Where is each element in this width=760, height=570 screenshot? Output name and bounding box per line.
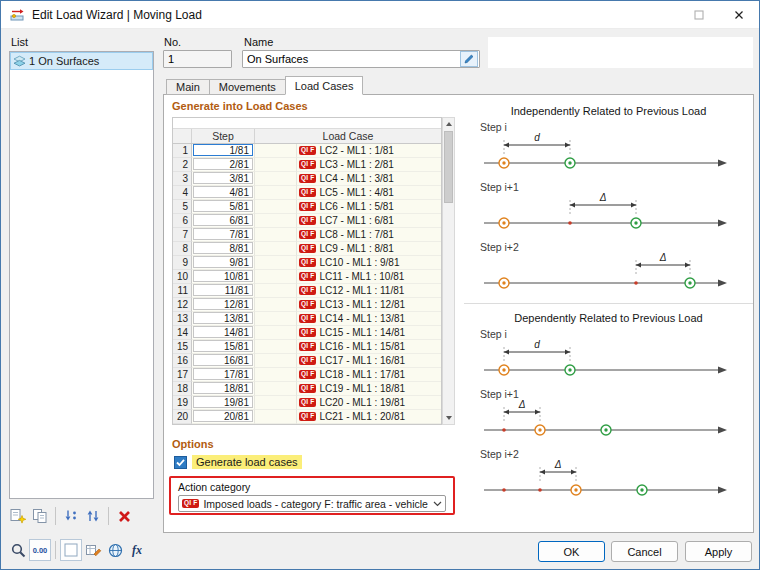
load-case-cell[interactable]: QI FLC10 - ML1 : 9/81 xyxy=(297,256,441,270)
step-cell[interactable]: 19/81 xyxy=(192,396,255,410)
table-row[interactable]: 22/81QI FLC3 - ML1 : 2/81 xyxy=(173,158,441,172)
load-case-label: LC12 - ML1 : 11/81 xyxy=(319,285,404,296)
globe-button[interactable] xyxy=(104,539,126,561)
new-button[interactable] xyxy=(7,505,29,527)
load-wizard-list[interactable]: 1 On Surfaces xyxy=(9,51,154,499)
list-item[interactable]: 1 On Surfaces xyxy=(10,52,153,70)
load-case-cell[interactable]: QI FLC2 - ML1 : 1/81 xyxy=(297,144,441,158)
step-cell[interactable]: 20/81 xyxy=(192,410,255,424)
table-scrollbar[interactable] xyxy=(442,117,455,425)
load-case-cell[interactable]: QI FLC18 - ML1 : 17/81 xyxy=(297,368,441,382)
step-cell[interactable]: 4/81 xyxy=(192,186,255,200)
step-cell[interactable]: 7/81 xyxy=(192,228,255,242)
table-row[interactable]: 2020/81QI FLC21 - ML1 : 20/81 xyxy=(173,410,441,424)
action-category-badge: QI F xyxy=(299,174,316,183)
load-case-cell[interactable]: QI FLC17 - ML1 : 16/81 xyxy=(297,354,441,368)
cancel-button[interactable]: Cancel xyxy=(611,541,678,562)
step-cell[interactable]: 10/81 xyxy=(192,270,255,284)
table-row[interactable]: 44/81QI FLC5 - ML1 : 4/81 xyxy=(173,186,441,200)
step-cell[interactable]: 9/81 xyxy=(192,256,255,270)
edit-table-button[interactable] xyxy=(82,539,104,561)
decimal-places-button[interactable]: 0.00 xyxy=(29,539,51,561)
step-cell[interactable]: 5/81 xyxy=(192,200,255,214)
display-panel-button[interactable] xyxy=(60,539,82,561)
load-case-cell[interactable]: QI FLC5 - ML1 : 4/81 xyxy=(297,186,441,200)
table-row[interactable]: 1313/81QI FLC14 - ML1 : 13/81 xyxy=(173,312,441,326)
load-case-cell[interactable]: QI FLC4 - ML1 : 3/81 xyxy=(297,172,441,186)
load-case-cell[interactable]: QI FLC6 - ML1 : 5/81 xyxy=(297,200,441,214)
step-cell[interactable]: 15/81 xyxy=(192,340,255,354)
load-case-cell[interactable]: QI FLC8 - ML1 : 7/81 xyxy=(297,228,441,242)
scrollbar-thumb[interactable] xyxy=(444,131,453,203)
table-row[interactable]: 1919/81QI FLC20 - ML1 : 19/81 xyxy=(173,396,441,410)
step-cell[interactable]: 12/81 xyxy=(192,298,255,312)
load-case-cell[interactable]: QI FLC15 - ML1 : 14/81 xyxy=(297,326,441,340)
apply-button[interactable]: Apply xyxy=(685,541,752,562)
load-case-cell[interactable]: QI FLC19 - ML1 : 18/81 xyxy=(297,382,441,396)
search-button[interactable] xyxy=(7,539,29,561)
titlebar[interactable]: Edit Load Wizard | Moving Load xyxy=(1,1,759,29)
tab-movements[interactable]: Movements xyxy=(209,79,286,95)
load-case-cell[interactable]: QI FLC21 - ML1 : 20/81 xyxy=(297,410,441,424)
maximize-button[interactable] xyxy=(679,1,719,28)
no-field[interactable] xyxy=(163,50,232,68)
load-case-label: LC20 - ML1 : 19/81 xyxy=(319,397,405,408)
step-cell[interactable]: 18/81 xyxy=(192,382,255,396)
load-case-cell[interactable]: QI FLC14 - ML1 : 13/81 xyxy=(297,312,441,326)
name-field[interactable] xyxy=(242,50,480,68)
table-row[interactable]: 1515/81QI FLC16 - ML1 : 15/81 xyxy=(173,340,441,354)
table-row[interactable]: 1616/81QI FLC17 - ML1 : 16/81 xyxy=(173,354,441,368)
table-body: 11/81QI FLC2 - ML1 : 1/8122/81QI FLC3 - … xyxy=(173,144,441,424)
arrows-down-button[interactable] xyxy=(60,505,82,527)
edit-name-button[interactable] xyxy=(460,51,478,67)
close-button[interactable] xyxy=(719,1,759,28)
table-row[interactable]: 88/81QI FLC9 - ML1 : 8/81 xyxy=(173,242,441,256)
arrows-up-down-button[interactable] xyxy=(82,505,104,527)
table-row[interactable]: 1818/81QI FLC19 - ML1 : 18/81 xyxy=(173,382,441,396)
load-case-cell[interactable]: QI FLC12 - ML1 : 11/81 xyxy=(297,284,441,298)
step-cell[interactable]: 3/81 xyxy=(192,172,255,186)
load-case-cell[interactable]: QI FLC11 - ML1 : 10/81 xyxy=(297,270,441,284)
tab-main[interactable]: Main xyxy=(166,79,210,95)
empty-cell xyxy=(255,284,297,298)
step-cell[interactable]: 8/81 xyxy=(192,242,255,256)
table-row[interactable]: 33/81QI FLC4 - ML1 : 3/81 xyxy=(173,172,441,186)
step-cell[interactable]: 2/81 xyxy=(192,158,255,172)
step-cell[interactable]: 13/81 xyxy=(192,312,255,326)
table-row[interactable]: 77/81QI FLC8 - ML1 : 7/81 xyxy=(173,228,441,242)
load-case-cell[interactable]: QI FLC16 - ML1 : 15/81 xyxy=(297,340,441,354)
copy-button[interactable] xyxy=(29,505,51,527)
load-case-cell[interactable]: QI FLC3 - ML1 : 2/81 xyxy=(297,158,441,172)
table-row[interactable]: 11/81QI FLC2 - ML1 : 1/81 xyxy=(173,144,441,158)
table-row[interactable]: 99/81QI FLC10 - ML1 : 9/81 xyxy=(173,256,441,270)
scroll-down-arrow[interactable] xyxy=(443,412,454,424)
table-row[interactable]: 55/81QI FLC6 - ML1 : 5/81 xyxy=(173,200,441,214)
chevron-down-icon xyxy=(433,501,442,507)
step-cell[interactable]: 6/81 xyxy=(192,214,255,228)
table-row[interactable]: 1414/81QI FLC15 - ML1 : 14/81 xyxy=(173,326,441,340)
delete-button[interactable] xyxy=(113,505,135,527)
row-number: 12 xyxy=(173,298,192,312)
load-case-cell[interactable]: QI FLC9 - ML1 : 8/81 xyxy=(297,242,441,256)
table-row[interactable]: 66/81QI FLC7 - ML1 : 6/81 xyxy=(173,214,441,228)
checkbox-checked-icon[interactable] xyxy=(174,456,187,469)
generate-load-cases-option[interactable]: Generate load cases xyxy=(174,455,302,469)
scroll-up-arrow[interactable] xyxy=(443,118,454,130)
generate-load-cases-label[interactable]: Generate load cases xyxy=(192,455,302,469)
table-row[interactable]: 1212/81QI FLC13 - ML1 : 12/81 xyxy=(173,298,441,312)
table-row[interactable]: 1010/81QI FLC11 - ML1 : 10/81 xyxy=(173,270,441,284)
action-category-select[interactable]: QI F Imposed loads - category F: traffic… xyxy=(178,495,446,512)
ok-button[interactable]: OK xyxy=(538,541,605,562)
table-row[interactable]: 1111/81QI FLC12 - ML1 : 11/81 xyxy=(173,284,441,298)
tab-load-cases[interactable]: Load Cases xyxy=(285,76,364,95)
load-case-cell[interactable]: QI FLC13 - ML1 : 12/81 xyxy=(297,298,441,312)
step-cell[interactable]: 11/81 xyxy=(192,284,255,298)
step-cell[interactable]: 17/81 xyxy=(192,368,255,382)
step-cell[interactable]: 14/81 xyxy=(192,326,255,340)
load-case-cell[interactable]: QI FLC20 - ML1 : 19/81 xyxy=(297,396,441,410)
load-case-cell[interactable]: QI FLC7 - ML1 : 6/81 xyxy=(297,214,441,228)
table-row[interactable]: 1717/81QI FLC18 - ML1 : 17/81 xyxy=(173,368,441,382)
step-cell[interactable]: 1/81 xyxy=(192,144,255,158)
formula-button[interactable]: fx xyxy=(126,539,148,561)
step-cell[interactable]: 16/81 xyxy=(192,354,255,368)
